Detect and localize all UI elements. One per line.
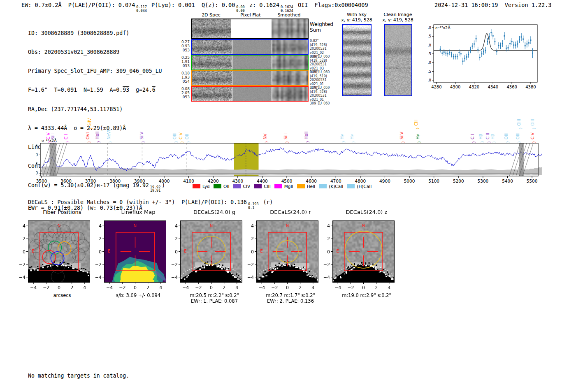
decals-g-photometry: m:20.5 rc:2.2" s:0.2" — [179, 292, 239, 298]
svg-text:4340: 4340 — [488, 85, 498, 89]
emission-line-label: CIII — [485, 133, 490, 139]
spec2d-fiber1-2dspec-image — [192, 40, 232, 54]
emission-line-label: SiII — [51, 133, 55, 139]
emission-line-label: Hγ — [416, 134, 420, 139]
line-label-brace: { — [506, 141, 510, 143]
legend-label: Lyα — [202, 184, 210, 189]
spec2d-weighted-2dspec-image — [192, 19, 231, 38]
emission-line-label: HeII — [95, 131, 100, 139]
header-summary-line: EW: 0.7±0.2Å P(LAE)/P(OII): 0.0740.1170.… — [21, 2, 368, 12]
decals-z-photometry: m:19.0 rc:2.9" s:0.2" — [331, 292, 391, 298]
svg-text:0: 0 — [36, 171, 38, 175]
line-label-brace: { — [285, 141, 289, 143]
info-obs-line: Obs: 20200531v021_3008628889 — [28, 49, 165, 55]
line-label-brace: { — [487, 141, 491, 143]
line-label-brace: { — [341, 141, 346, 143]
line-label-brace: { — [351, 141, 355, 143]
spec2d-col-header-2dspec: 2D Spec — [192, 12, 230, 18]
line-label-brace: { — [48, 141, 52, 143]
legend-swatch — [297, 184, 305, 188]
legend-swatch — [347, 184, 355, 188]
spec2d-fiber3-smoothed-image — [272, 71, 309, 85]
spec2d-fiber2-2dspec-image — [192, 56, 232, 70]
svg-text:4100: 4100 — [183, 179, 194, 183]
legend-label: (H)CaII — [357, 184, 372, 189]
line-label-brace: { — [416, 127, 420, 130]
svg-text:5100: 5100 — [428, 179, 439, 183]
legend-item-mgii: MgII — [274, 184, 293, 189]
svg-text:3800: 3800 — [109, 179, 121, 183]
decals-r-image — [244, 217, 326, 292]
spec2d-fiber1-smoothed-image — [272, 40, 309, 54]
emission-line-label: OIII — [172, 132, 177, 139]
header-z: z: 0.1624 — [246, 2, 279, 8]
legend-label: (K)CaII — [329, 184, 343, 189]
emission-line-label: CII — [64, 134, 68, 139]
line-label-brace: { — [532, 127, 536, 130]
spec2d-row-fiber-4 — [191, 86, 309, 102]
info-primary-line: Primary Spec_Slot_IFU_AMP: 309_046_005_L… — [28, 68, 165, 74]
spec2d-fiber3-2dspec-image — [192, 71, 232, 85]
svg-text:5400: 5400 — [502, 179, 513, 183]
svg-text:4600: 4600 — [306, 179, 317, 183]
emission-line-label: Hβ — [478, 134, 483, 139]
legend-swatch — [233, 184, 241, 188]
svg-text:4300: 4300 — [450, 85, 460, 89]
legend-item-heii: HeII — [297, 184, 316, 189]
svg-text:4360: 4360 — [506, 85, 517, 89]
fiber-positions-title: Fiber Positions — [32, 209, 81, 217]
line-label-brace: { — [174, 141, 178, 143]
emission-line-label: OIII — [516, 132, 520, 139]
line-label-brace: { — [417, 141, 421, 143]
svg-text:4400: 4400 — [257, 179, 268, 183]
full-spectrum-svg: 3500360037003800390040004100420043004400… — [36, 110, 546, 189]
emission-line-label: Hγ — [350, 134, 354, 139]
header-flags: OII Flags:0x00004009 — [295, 2, 368, 8]
svg-text:4900: 4900 — [379, 179, 390, 183]
decals-r-photometry: m:20.7 rc:1.7" s:0.2" — [255, 292, 315, 298]
svg-text:5000: 5000 — [404, 179, 415, 183]
line-label-brace: { — [480, 141, 484, 143]
legend-label: MgII — [284, 184, 293, 189]
svg-text:3900: 3900 — [134, 179, 145, 183]
svg-text:4280: 4280 — [431, 85, 441, 89]
svg-text:5.0: 5.0 — [428, 60, 431, 65]
spec2d-fiber4-right-labels: 1.70"(419, 528)20200531v021_01309_LU_060 — [310, 86, 339, 106]
line-label-brace: { — [65, 141, 70, 143]
legend-swatch — [274, 184, 282, 188]
fiber-positions-image — [16, 217, 98, 292]
svg-text:5300: 5300 — [478, 179, 489, 183]
legend-item-kcaii: (K)CaII — [319, 184, 343, 189]
weighted-sum-label: Weighted Sum — [310, 21, 333, 33]
svg-text:12.5: 12.5 — [428, 34, 431, 38]
emission-line-label: NeVI — [107, 130, 111, 139]
info-stats-line: F=1.6" T=0.091 N=1.59 A=0.93 g=24.6 — [28, 87, 165, 93]
emission-line-label: SiIV — [139, 132, 144, 139]
fiber-positions-panel: Fiber Positions arcsecs — [16, 209, 98, 298]
legend-label: HeII — [307, 184, 316, 189]
emission-line-label: SiIV — [399, 132, 404, 139]
svg-text:10: 10 — [36, 153, 38, 157]
spec2d-fiber2-left-labels: 0.251.91053 — [173, 56, 190, 68]
line-fit-inset-chart: 4280430043204340436043800.02.55.07.510.0… — [428, 20, 547, 96]
svg-text:2.5: 2.5 — [428, 70, 431, 74]
line-label-brace: { — [518, 127, 523, 130]
legend-swatch — [214, 184, 221, 188]
line-label-brace: { — [306, 141, 310, 143]
spec2d-fiber3-pixelflat-image — [232, 71, 272, 85]
line-label-brace: { — [89, 127, 93, 130]
spec2d-col-header-smoothed: Smoothed — [270, 12, 308, 18]
header-plya-qz: P(Lyα): 0.001 Q(z): 0.00 — [148, 2, 235, 8]
spec2d-row-fiber-2 — [191, 55, 309, 70]
decals-r-plae: EWr: 2. PLAE: 0.136 — [256, 298, 314, 304]
lineflux-map-image — [92, 217, 174, 292]
line-label-brace: { — [401, 141, 405, 143]
line-label-brace: { — [141, 141, 145, 143]
line-label-brace: { — [265, 141, 269, 143]
spec2d-fiber2-smoothed-image — [272, 56, 309, 70]
spec2d-fiber4-2dspec-image — [192, 87, 232, 101]
svg-text:15: 15 — [36, 144, 38, 148]
spec2d-col-header-pixelflat: Pixel Flat — [232, 12, 269, 18]
svg-text:4700: 4700 — [330, 179, 341, 183]
spec2d-fiber2-pixelflat-image — [232, 56, 272, 70]
